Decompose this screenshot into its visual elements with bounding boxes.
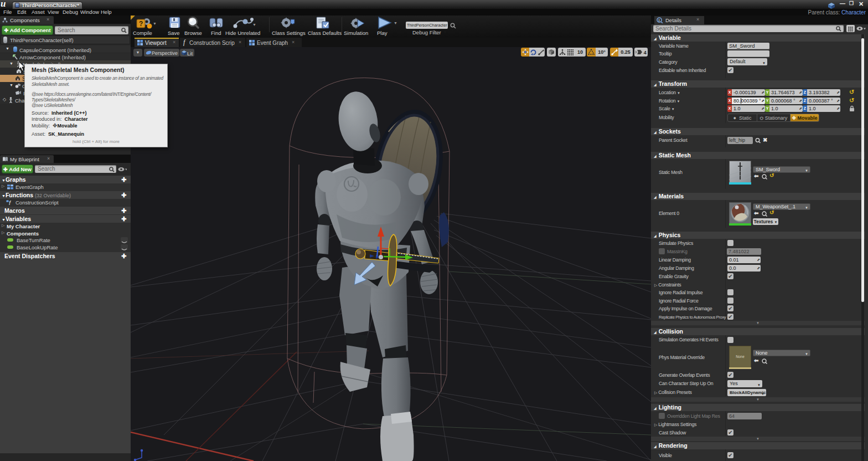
svg-text:i: i — [658, 18, 659, 22]
svg-text:▼: ▼ — [153, 22, 157, 25]
svg-text:f: f — [9, 199, 11, 206]
svg-text:?: ? — [139, 20, 143, 28]
svg-text:▼: ▼ — [252, 23, 256, 27]
svg-text:▼: ▼ — [394, 21, 397, 25]
